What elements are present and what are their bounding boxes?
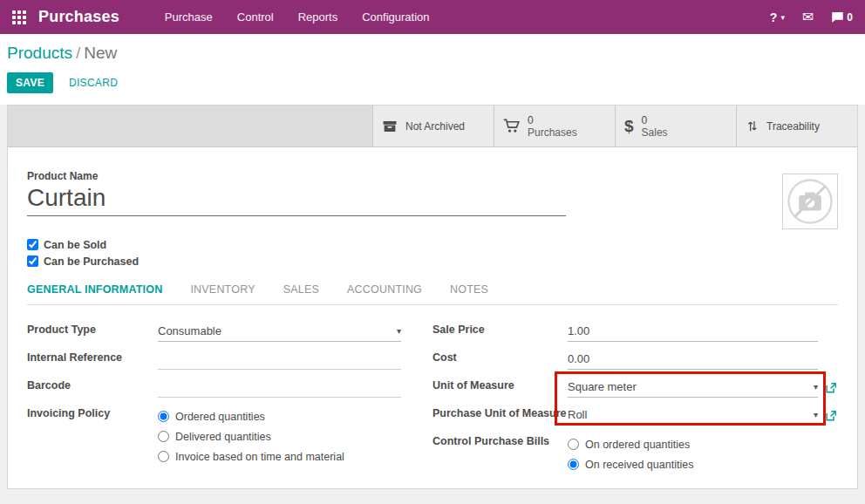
external-link-icon[interactable] [825,382,838,398]
cost-label: Cost [432,349,568,370]
menu-item-configuration[interactable]: Configuration [362,10,429,24]
sale-purchase-toggles: Can be Sold Can be Purchased [27,236,838,269]
dropdown-caret-icon: ▾ [814,410,818,419]
chatter-button[interactable]: 0 [831,10,853,24]
purchase-uom-value: Roll [568,408,587,421]
unit-of-measure-row: Unit of Measure Square meter ▾ [432,377,838,398]
radio-time-material-row: Invoice based on time and material [158,446,344,467]
product-name-input[interactable] [27,182,566,216]
breadcrumb-products[interactable]: Products [7,44,72,62]
radio-ordered-quantities[interactable] [158,411,169,422]
traceability-arrows-icon [746,119,759,133]
dropdown-caret-icon: ▾ [814,382,818,392]
tab-sales[interactable]: SALES [283,283,319,296]
tab-accounting[interactable]: ACCOUNTING [347,283,422,296]
control-bills-row: Control Purchase Bills On ordered quanti… [432,432,838,474]
save-button[interactable]: SAVE [7,72,53,93]
apps-menu-icon[interactable] [12,10,26,24]
internal-reference-label: Internal Reference [27,349,158,370]
chevron-down-icon: ▾ [780,13,785,22]
radio-delivered-quantities[interactable] [158,431,169,442]
invoicing-policy-row: Invoicing Policy Ordered quantities Deli… [27,405,401,467]
product-type-select[interactable]: Consumable ▾ [158,323,401,342]
radio-delivered-quantities-row: Delivered quantities [158,426,344,446]
radio-on-received-row: On received quantities [568,454,693,474]
can-be-purchased-label: Can be Purchased [44,255,139,268]
product-name-block: Product Name [27,170,566,229]
purchase-uom-select[interactable]: Roll ▾ [568,406,818,426]
can-be-sold-checkbox[interactable] [27,239,38,250]
uom-fields-group: Unit of Measure Square meter ▾ [432,377,838,426]
app-title[interactable]: Purchases [38,8,119,26]
barcode-row: Barcode [27,377,401,398]
product-type-value: Consumable [158,324,221,337]
product-name-label: Product Name [27,170,566,182]
stat-button-sales[interactable]: $ 0 Sales [615,106,736,146]
can-be-purchased-row: Can be Purchased [27,253,838,269]
cart-icon [503,118,520,134]
product-image-placeholder[interactable] [782,174,838,229]
form-action-buttons: SAVE DISCARD [7,72,858,93]
discard-button[interactable]: DISCARD [67,72,119,93]
tab-notes[interactable]: NOTES [450,283,488,296]
purchase-uom-row: Purchase Unit of Measure Roll ▾ [432,405,838,426]
chat-count: 0 [847,11,853,24]
camera-icon [786,177,834,226]
form-left-column: Product Type Consumable ▾ Internal Refer… [27,321,432,481]
unit-of-measure-value: Square meter [568,380,637,393]
stat-button-traceability[interactable]: Traceability [736,106,857,146]
form-right-column: Sale Price 1.00 Cost 0.00 [432,321,838,481]
menu-item-purchase[interactable]: Purchase [165,10,213,24]
header-strip [8,106,372,146]
sales-label: Sales [642,126,668,139]
external-link-icon[interactable] [825,410,838,426]
stat-button-purchases[interactable]: 0 Purchases [494,106,615,146]
help-menu[interactable]: ? ▾ [770,10,785,24]
tab-inventory[interactable]: INVENTORY [190,283,255,296]
breadcrumb: Products/New [7,44,858,63]
product-form-sheet: Not Archived 0 Purchases $ 0 Sales [7,105,858,489]
product-type-label: Product Type [27,321,158,342]
top-navbar: Purchases Purchase Control Reports Confi… [0,0,865,34]
internal-reference-input[interactable] [158,351,401,370]
stat-button-box: Not Archived 0 Purchases $ 0 Sales [8,106,857,147]
dollar-icon: $ [624,117,634,136]
main-menu: Purchase Control Reports Configuration [165,10,430,24]
purchase-uom-label: Purchase Unit of Measure [432,405,568,426]
control-bills-label: Control Purchase Bills [432,432,568,474]
internal-reference-row: Internal Reference [27,349,401,370]
radio-on-ordered-quantities[interactable] [568,439,579,450]
sale-price-value: 1.00 [568,324,589,337]
archive-icon [382,119,398,134]
invoicing-policy-label: Invoicing Policy [27,405,158,467]
control-bills-options: On ordered quantities On received quanti… [568,432,693,474]
cost-input[interactable]: 0.00 [568,351,818,370]
cost-value: 0.00 [568,352,589,365]
tab-general-information[interactable]: GENERAL INFORMATION [27,283,162,296]
barcode-label: Barcode [27,377,158,398]
unit-of-measure-select[interactable]: Square meter ▾ [568,378,818,398]
topbar-right: ? ▾ ✉ 0 [770,10,853,24]
radio-ordered-quantities-row: Ordered quantities [158,406,344,426]
barcode-input[interactable] [158,378,401,398]
notebook-tabs: GENERAL INFORMATION INVENTORY SALES ACCO… [27,283,838,305]
content-area: Not Archived 0 Purchases $ 0 Sales [0,105,865,504]
cost-row: Cost 0.00 [432,349,838,370]
product-type-row: Product Type Consumable ▾ [27,321,401,342]
sale-price-input[interactable]: 1.00 [568,323,818,342]
radio-time-material[interactable] [158,451,169,462]
sale-price-label: Sale Price [432,321,568,342]
help-icon: ? [770,10,778,24]
purchases-label: Purchases [528,126,577,139]
radio-on-received-quantities[interactable] [568,459,579,470]
traceability-label: Traceability [766,120,820,133]
menu-item-control[interactable]: Control [237,10,274,24]
radio-on-ordered-row: On ordered quantities [568,434,693,454]
stat-archived-label: Not Archived [405,120,465,133]
stat-button-archived[interactable]: Not Archived [372,106,494,146]
messages-icon[interactable]: ✉ [802,10,814,24]
sale-price-row: Sale Price 1.00 [432,321,838,342]
unit-of-measure-label: Unit of Measure [432,377,568,398]
can-be-purchased-checkbox[interactable] [27,255,38,267]
menu-item-reports[interactable]: Reports [298,10,338,24]
